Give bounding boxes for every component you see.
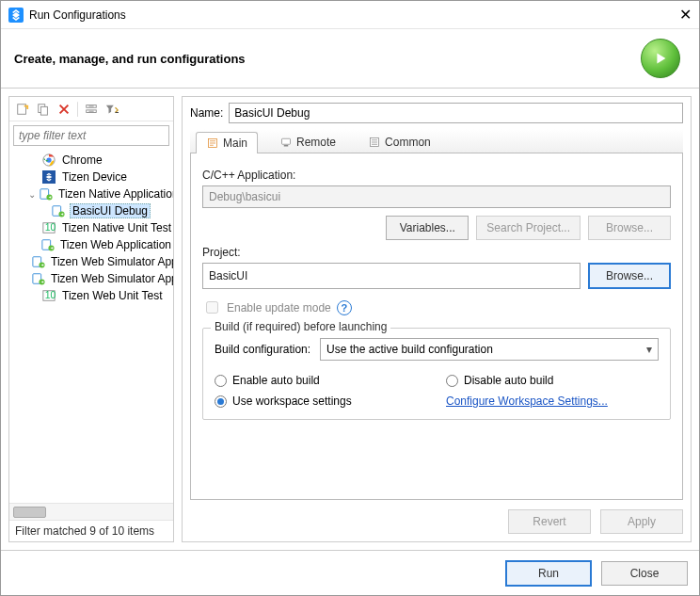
tree-h-scrollbar[interactable]	[9, 503, 173, 520]
app-icon	[8, 8, 24, 23]
tree-item-tizen-native[interactable]: ⌄ Tizen Native Application	[9, 185, 173, 202]
tab-main[interactable]: Main	[196, 132, 258, 153]
window-title: Run Configurations	[29, 8, 654, 22]
build-config-label: Build configuration:	[215, 343, 310, 356]
project-label: Project:	[202, 246, 671, 259]
remote-tab-icon	[279, 136, 293, 149]
radio-icon	[215, 395, 227, 408]
config-tree[interactable]: Chrome Tizen Device ⌄ Tizen Native Appli…	[9, 150, 173, 503]
page-heading: Create, manage, and run configurations	[14, 52, 641, 66]
delete-config-icon[interactable]	[55, 100, 73, 119]
new-config-icon[interactable]	[13, 100, 32, 119]
help-icon[interactable]: ?	[337, 300, 352, 315]
svg-text:101: 101	[45, 289, 56, 300]
tree-item-tizen-device[interactable]: Tizen Device	[9, 169, 173, 185]
filter-input[interactable]	[13, 125, 169, 146]
search-project-button: Search Project...	[476, 216, 581, 240]
unit-test-icon: 101	[41, 288, 56, 303]
expand-icon[interactable]: ⌄	[28, 189, 36, 200]
common-tab-icon	[368, 136, 381, 149]
radio-icon	[215, 375, 227, 387]
radio-icon	[446, 375, 458, 387]
duplicate-config-icon[interactable]	[34, 100, 53, 119]
svg-rect-2	[40, 106, 47, 115]
chrome-icon	[41, 153, 56, 168]
app-label: C/C++ Application:	[202, 169, 671, 182]
radio-workspace[interactable]: Use workspace settings	[215, 395, 427, 408]
run-orb-icon	[641, 39, 680, 78]
tizen-icon	[41, 169, 56, 185]
tree-item-web-app[interactable]: Tizen Web Application	[9, 236, 173, 253]
svg-rect-24	[284, 145, 289, 147]
native-app-icon	[40, 237, 55, 252]
native-app-icon	[40, 186, 53, 201]
name-input[interactable]	[229, 103, 683, 123]
tree-item-web-sim2[interactable]: Tizen Web Simulator Application	[9, 270, 173, 287]
native-app-icon	[32, 254, 45, 269]
variables-button[interactable]: Variables...	[386, 216, 469, 240]
close-button[interactable]: Close	[601, 561, 688, 586]
tab-common[interactable]: Common	[358, 131, 441, 153]
apply-button: Apply	[600, 509, 683, 534]
radio-disable-auto[interactable]: Disable auto build	[446, 374, 659, 387]
native-app-icon	[51, 203, 66, 218]
main-tab-icon	[206, 137, 219, 150]
enable-update-label: Enable update mode	[227, 301, 331, 314]
unit-test-icon: 101	[41, 220, 56, 235]
app-path-input	[202, 185, 671, 208]
svg-rect-23	[282, 138, 291, 144]
filter-dropdown-icon[interactable]	[103, 100, 121, 119]
name-label: Name:	[190, 106, 223, 120]
run-button[interactable]: Run	[505, 560, 592, 587]
browse-project-button[interactable]: Browse...	[588, 263, 671, 289]
filter-status: Filter matched 9 of 10 items	[9, 520, 173, 541]
svg-text:101: 101	[45, 221, 56, 233]
tab-remote[interactable]: Remote	[269, 131, 346, 153]
build-config-select[interactable]: Use the active build configuration	[320, 338, 659, 361]
tree-item-chrome[interactable]: Chrome	[9, 152, 173, 169]
build-group-legend: Build (if required) before launching	[211, 320, 390, 333]
tree-item-native-unit-test[interactable]: 101 Tizen Native Unit Test	[9, 219, 173, 236]
radio-enable-auto[interactable]: Enable auto build	[215, 374, 427, 387]
tree-item-web-sim1[interactable]: Tizen Web Simulator Application	[9, 253, 173, 270]
native-app-icon	[32, 271, 45, 286]
tree-item-basicui-debug[interactable]: BasicUI Debug	[9, 202, 173, 219]
toolbar-separator	[77, 102, 78, 117]
revert-button: Revert	[508, 509, 591, 534]
enable-update-checkbox	[206, 301, 218, 314]
configure-workspace-link[interactable]: Configure Workspace Settings...	[446, 395, 608, 408]
project-input[interactable]	[202, 263, 581, 289]
collapse-all-icon[interactable]	[82, 100, 101, 119]
tree-item-web-unit-test[interactable]: 101 Tizen Web Unit Test	[9, 287, 173, 304]
window-close-icon[interactable]: ✕	[654, 6, 692, 24]
browse-app-button: Browse...	[588, 216, 671, 240]
